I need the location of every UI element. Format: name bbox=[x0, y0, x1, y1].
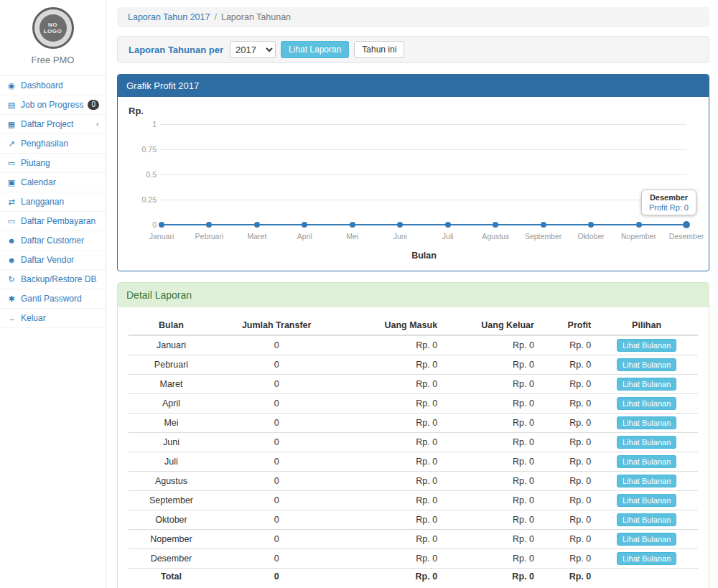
y-tick-label: 0.25 bbox=[135, 195, 157, 204]
view-monthly-button[interactable]: Lihat Bulanan bbox=[617, 475, 676, 487]
cell-bulan: September bbox=[129, 491, 214, 510]
x-axis-title: Bulan bbox=[162, 251, 686, 261]
view-monthly-button[interactable]: Lihat Bulanan bbox=[617, 436, 676, 449]
count-badge: 0 bbox=[88, 100, 99, 110]
cell-bulan: Oktober bbox=[129, 510, 214, 530]
report-row: Agustus0Rp. 0Rp. 0Rp. 0Lihat Bulanan bbox=[129, 472, 698, 491]
chart-point-pebruari[interactable] bbox=[206, 222, 212, 228]
chart-point-september[interactable] bbox=[541, 222, 546, 228]
view-monthly-button[interactable]: Lihat Bulanan bbox=[617, 533, 676, 546]
sidebar-item-backup-restore-db[interactable]: ↻ Backup/Restore DB bbox=[0, 270, 106, 289]
view-monthly-button[interactable]: Lihat Bulanan bbox=[617, 455, 676, 468]
view-monthly-button[interactable]: Lihat Bulanan bbox=[617, 339, 676, 352]
this-year-button[interactable]: Tahun ini bbox=[354, 41, 404, 58]
sidebar: NO LOGO Free PMO ◉ Dashboard ▤ Job on Pr… bbox=[0, 0, 106, 588]
x-tick-label: Nopember bbox=[621, 232, 656, 241]
view-monthly-button[interactable]: Lihat Bulanan bbox=[617, 494, 676, 507]
content-area: Laporan Tahun 2017/Laporan Tahunan Lapor… bbox=[106, 0, 718, 588]
sidebar-item-ganti-password[interactable]: ✱ Ganti Password bbox=[0, 289, 106, 309]
sidebar-item-langganan[interactable]: ⇄ Langganan bbox=[0, 192, 106, 212]
chart-point-april[interactable] bbox=[302, 222, 307, 228]
table-icon: ▦ bbox=[6, 119, 17, 129]
cell-jumlah-transfer: 0 bbox=[214, 375, 339, 394]
cell-bulan: Pebruari bbox=[129, 355, 214, 375]
sidebar-item-label: Daftar Vendor bbox=[21, 255, 74, 265]
sidebar-item-keluar[interactable]: → Keluar bbox=[0, 309, 106, 328]
chart-point-mei[interactable] bbox=[350, 222, 355, 228]
sidebar-item-label: Penghasilan bbox=[21, 139, 68, 149]
sign-out-icon: → bbox=[6, 313, 17, 323]
users-icon: ☻ bbox=[6, 255, 17, 265]
tasks-icon: ▤ bbox=[6, 100, 17, 110]
view-monthly-button[interactable]: Lihat Bulanan bbox=[617, 552, 676, 565]
cell-profit: Rp. 0 bbox=[538, 491, 595, 510]
repeat-icon: ⇄ bbox=[6, 197, 17, 207]
year-select[interactable]: 2017 bbox=[230, 41, 276, 58]
cell-uang-keluar: Rp. 0 bbox=[442, 433, 538, 452]
profit-chart-panel: Grafik Profit 2017 Rp. Desember Profit R… bbox=[117, 74, 709, 271]
report-row: Nopember0Rp. 0Rp. 0Rp. 0Lihat Bulanan bbox=[129, 530, 698, 549]
chart-point-desember[interactable] bbox=[683, 221, 690, 228]
cell-profit: Rp. 0 bbox=[538, 394, 595, 414]
cell-profit: Rp. 0 bbox=[538, 335, 595, 355]
x-tick-label: Mei bbox=[346, 232, 358, 241]
sidebar-item-daftar-vendor[interactable]: ☻ Daftar Vendor bbox=[0, 251, 106, 270]
chart-point-agustus[interactable] bbox=[493, 222, 498, 228]
cell-uang-keluar: Rp. 0 bbox=[442, 472, 538, 491]
sidebar-item-penghasilan[interactable]: ↗ Penghasilan bbox=[0, 134, 106, 154]
cell-uang-masuk: Rp. 0 bbox=[339, 335, 442, 355]
sidebar-item-daftar-project[interactable]: ▦ Daftar Project ‹ bbox=[0, 115, 106, 134]
cell-bulan: Nopember bbox=[129, 530, 214, 549]
cell-uang-masuk: Rp. 0 bbox=[339, 472, 442, 491]
main-area: Laporan Tahun 2017/Laporan Tahunan Lapor… bbox=[106, 0, 718, 588]
sidebar-item-dashboard[interactable]: ◉ Dashboard bbox=[0, 76, 106, 95]
x-tick-label: April bbox=[297, 232, 312, 241]
cell-pilihan: Lihat Bulanan bbox=[595, 530, 698, 549]
report-row: Maret0Rp. 0Rp. 0Rp. 0Lihat Bulanan bbox=[129, 375, 698, 394]
profit-series-line bbox=[162, 124, 686, 225]
view-report-button[interactable]: Lihat Laporan bbox=[281, 41, 349, 58]
chart-point-juli[interactable] bbox=[445, 222, 451, 228]
chart-tooltip: Desember Profit Rp: 0 bbox=[641, 190, 696, 215]
chart-point-juni[interactable] bbox=[397, 222, 403, 228]
cell-profit: Rp. 0 bbox=[538, 452, 595, 472]
cell-pilihan: Lihat Bulanan bbox=[595, 375, 698, 394]
credit-card-icon: ▭ bbox=[6, 158, 17, 168]
cell-jumlah-transfer: 0 bbox=[214, 335, 339, 355]
cell-bulan: Maret bbox=[129, 375, 214, 394]
cell-pilihan: Lihat Bulanan bbox=[595, 510, 698, 530]
cell-uang-masuk: Rp. 0 bbox=[339, 414, 442, 433]
sidebar-item-daftar-pembayaran[interactable]: ▭ Daftar Pembayaran bbox=[0, 212, 106, 231]
x-tick-label: Agustus bbox=[482, 232, 509, 241]
sidebar-item-label: Job on Progress bbox=[21, 100, 83, 110]
sidebar-item-job-on-progress[interactable]: ▤ Job on Progress 0 bbox=[0, 95, 106, 115]
view-monthly-button[interactable]: Lihat Bulanan bbox=[617, 513, 676, 526]
cell-uang-masuk: Rp. 0 bbox=[339, 510, 442, 530]
cell-bulan: Juli bbox=[129, 452, 214, 472]
view-monthly-button[interactable]: Lihat Bulanan bbox=[617, 378, 676, 391]
sidebar-item-calendar[interactable]: ▣ Calendar bbox=[0, 173, 106, 192]
sidebar-item-piutang[interactable]: ▭ Piutang bbox=[0, 154, 106, 173]
sidebar-item-daftar-customer[interactable]: ☻ Daftar Customer bbox=[0, 231, 106, 251]
logo-text-line1: NO bbox=[48, 22, 57, 28]
cell-jumlah-transfer: 0 bbox=[214, 433, 339, 452]
report-row: Mei0Rp. 0Rp. 0Rp. 0Lihat Bulanan bbox=[129, 414, 698, 433]
view-monthly-button[interactable]: Lihat Bulanan bbox=[617, 358, 676, 371]
total-row: Total0Rp. 0Rp. 0Rp. 0 bbox=[129, 569, 698, 586]
chart-plot: Desember Profit Rp: 0 00.250.50.751 bbox=[162, 124, 686, 225]
breadcrumb-link-laporan-tahun[interactable]: Laporan Tahun 2017 bbox=[128, 12, 210, 22]
report-row: April0Rp. 0Rp. 0Rp. 0Lihat Bulanan bbox=[129, 394, 698, 414]
chart-point-maret[interactable] bbox=[254, 222, 260, 228]
chart-point-oktober[interactable] bbox=[588, 222, 594, 228]
cell-uang-keluar: Rp. 0 bbox=[442, 569, 538, 586]
sidebar-item-label: Calendar bbox=[21, 177, 56, 187]
report-row: Januari0Rp. 0Rp. 0Rp. 0Lihat Bulanan bbox=[129, 335, 698, 355]
chart-point-nopember[interactable] bbox=[636, 222, 642, 228]
view-monthly-button[interactable]: Lihat Bulanan bbox=[617, 416, 676, 429]
report-row: Juni0Rp. 0Rp. 0Rp. 0Lihat Bulanan bbox=[129, 433, 698, 452]
cell-jumlah-transfer: 0 bbox=[214, 472, 339, 491]
view-monthly-button[interactable]: Lihat Bulanan bbox=[617, 397, 676, 410]
cell-profit: Rp. 0 bbox=[538, 375, 595, 394]
x-tick-label: Januari bbox=[149, 232, 174, 241]
chart-point-januari[interactable] bbox=[159, 222, 164, 228]
